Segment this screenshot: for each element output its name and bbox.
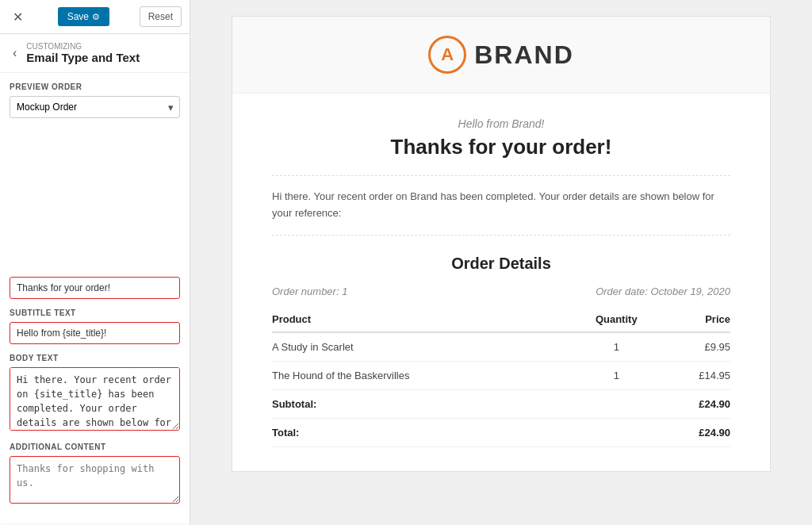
body-text-textarea[interactable]: Hi there. Your recent order on {site_tit… <box>10 367 180 431</box>
customizing-title: Email Type and Text <box>26 51 140 64</box>
back-arrow-icon[interactable]: ‹ <box>10 44 20 62</box>
preview-order-dropdown-wrapper: Mockup Order ▾ <box>10 96 180 118</box>
cell-price: £14.95 <box>662 361 730 389</box>
subtitle-text-section: SUBTITLE TEXT <box>10 308 180 344</box>
right-panel: A BRAND Hello from Brand! Thanks for you… <box>190 0 812 525</box>
additional-content-label: ADDITIONAL CONTENT <box>10 443 180 451</box>
order-details-title: Order Details <box>272 255 730 273</box>
total-empty <box>571 418 662 446</box>
panel-scroll: PREVIEW ORDER Mockup Order ▾ New Order C… <box>0 73 190 525</box>
email-title: Thanks for your order! <box>272 135 730 159</box>
close-button[interactable]: ✕ <box>8 8 28 26</box>
title-text-section <box>10 277 180 299</box>
cell-product: A Study in Scarlet <box>272 332 571 362</box>
left-panel: ✕ Save ⚙ Reset ‹ Customizing Email Type … <box>0 0 190 525</box>
total-label: Total: <box>272 418 571 446</box>
col-product: Product <box>272 307 571 332</box>
email-subtitle: Hello from Brand! <box>272 117 730 130</box>
brand-logo: A BRAND <box>264 36 738 74</box>
top-bar: ✕ Save ⚙ Reset <box>0 0 190 34</box>
email-intro: Hi there. Your recent order on Brand has… <box>272 175 730 236</box>
preview-order-section: PREVIEW ORDER Mockup Order ▾ New Order C… <box>10 82 180 118</box>
total-value: £24.90 <box>662 418 730 446</box>
subtotal-row: Subtotal: £24.90 <box>272 389 730 418</box>
table-row: A Study in Scarlet 1 £9.95 <box>272 332 730 362</box>
subtitle-text-label: SUBTITLE TEXT <box>10 308 180 317</box>
email-header: A BRAND <box>232 17 770 94</box>
subtitle-text-input[interactable] <box>10 322 180 344</box>
brand-circle-icon: A <box>428 36 466 74</box>
preview-order-select[interactable]: Mockup Order <box>10 96 180 118</box>
table-header-row: Product Quantity Price <box>272 307 730 332</box>
subtotal-empty <box>571 389 662 418</box>
save-label: Save <box>67 11 89 22</box>
reset-button[interactable]: Reset <box>140 6 182 27</box>
order-number: Order number: 1 <box>272 285 347 297</box>
body-text-section: BODY TEXT Hi there. Your recent order on… <box>10 354 180 433</box>
email-preview: A BRAND Hello from Brand! Thanks for you… <box>232 16 771 472</box>
order-table: Product Quantity Price A Study in Scarle… <box>272 307 730 447</box>
preview-order-label: PREVIEW ORDER <box>10 82 180 91</box>
cell-quantity: 1 <box>571 332 662 362</box>
settings-icon: ⚙ <box>92 12 100 22</box>
cell-quantity: 1 <box>571 361 662 389</box>
cell-price: £9.95 <box>662 332 730 362</box>
additional-content-section: ADDITIONAL CONTENT <box>10 443 180 506</box>
order-table-body: A Study in Scarlet 1 £9.95 The Hound of … <box>272 332 730 447</box>
additional-content-textarea[interactable] <box>10 456 180 504</box>
customizing-info: Customizing Email Type and Text <box>26 42 140 64</box>
col-price: Price <box>662 307 730 332</box>
subtotal-value: £24.90 <box>662 389 730 418</box>
order-date: Order date: October 19, 2020 <box>596 285 730 297</box>
brand-name: BRAND <box>474 40 574 70</box>
col-quantity: Quantity <box>571 307 662 332</box>
customizing-section: ‹ Customizing Email Type and Text <box>0 34 190 73</box>
order-meta: Order number: 1 Order date: October 19, … <box>272 285 730 297</box>
body-text-label: BODY TEXT <box>10 354 180 362</box>
save-button[interactable]: Save ⚙ <box>58 7 109 26</box>
table-row: The Hound of the Baskervilles 1 £14.95 <box>272 361 730 389</box>
customizing-label: Customizing <box>26 42 140 51</box>
cell-product: The Hound of the Baskervilles <box>272 361 571 389</box>
title-text-input[interactable] <box>10 277 180 299</box>
email-body: Hello from Brand! Thanks for your order!… <box>232 94 770 471</box>
total-row: Total: £24.90 <box>272 418 730 446</box>
subtotal-label: Subtotal: <box>272 389 571 418</box>
